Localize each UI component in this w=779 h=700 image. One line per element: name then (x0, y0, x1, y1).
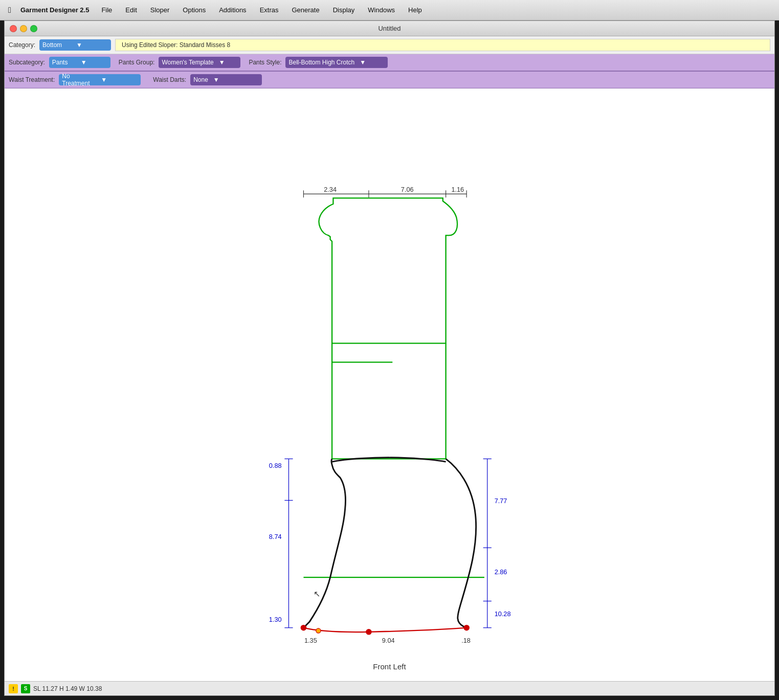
dim-left1: 0.88 (269, 462, 282, 469)
menu-display[interactable]: Display (331, 5, 357, 15)
dim-top2: 7.06 (401, 186, 414, 193)
controls-row3: Waist Treatment: No Treatment ▼ Waist Da… (5, 71, 774, 88)
waist-treatment-value: No Treatment (62, 73, 99, 87)
warning-icon: ! (9, 684, 18, 693)
dim-top1: 2.34 (324, 186, 337, 193)
red-point-3 (366, 629, 372, 635)
app-name: Garment Designer 2.5 (20, 6, 89, 14)
status-text: SL 11.27 H 1.49 W 10.38 (33, 685, 102, 692)
menu-bar-items: File Edit Sloper Options Additions Extra… (99, 5, 424, 15)
waist-treatment-select[interactable]: No Treatment ▼ (59, 74, 141, 85)
waist-treatment-arrow-icon: ▼ (101, 76, 138, 83)
green-lower-shape (332, 343, 446, 459)
window-controls (10, 25, 37, 32)
pattern-svg: 2.34 7.06 1.16 0.88 8.74 1.30 (5, 88, 774, 681)
dim-bottom1: 1.35 (304, 637, 317, 644)
controls-row2: Subcategory: Pants ▼ Pants Group: Women'… (5, 54, 774, 71)
menu-help[interactable]: Help (406, 5, 424, 15)
subcategory-arrow-icon: ▼ (81, 59, 107, 66)
pants-group-label: Pants Group: (119, 59, 155, 66)
dim-top3: 1.16 (451, 186, 464, 193)
sloper-info: Using Edited Sloper: Standard Misses 8 (115, 39, 770, 51)
dim-left3: 1.30 (269, 616, 282, 623)
dim-left2: 8.74 (269, 533, 282, 540)
category-label: Category: (9, 41, 35, 49)
waist-darts-arrow-icon: ▼ (213, 76, 219, 83)
subcategory-value: Pants (52, 59, 79, 66)
pants-style-arrow-icon: ▼ (360, 59, 366, 66)
status-green-icon: S (21, 684, 30, 693)
black-left-curve (303, 459, 345, 627)
apple-logo-icon:  (5, 6, 14, 15)
pants-style-select[interactable]: Bell-Bottom High Crotch ▼ (285, 57, 388, 68)
dim-bottom3: .18 (461, 637, 471, 644)
black-right-curve (446, 459, 476, 627)
menu-generate[interactable]: Generate (290, 5, 321, 15)
subcategory-label: Subcategory: (9, 59, 45, 66)
main-window: Untitled Category: Bottom ▼ Using Edited… (4, 20, 775, 696)
window-title-bar: Untitled (5, 21, 774, 36)
category-value: Bottom (42, 41, 74, 49)
red-point-2 (316, 628, 321, 633)
dim-right2: 2.86 (495, 568, 507, 576)
waist-darts-select[interactable]: None ▼ (190, 74, 262, 85)
waist-treatment-label: Waist Treatment: (9, 76, 55, 83)
red-point-1 (301, 625, 307, 631)
controls-row1: Category: Bottom ▼ Using Edited Sloper: … (5, 36, 774, 54)
category-select[interactable]: Bottom ▼ (39, 39, 111, 51)
black-top-curve (332, 458, 446, 462)
menu-file[interactable]: File (99, 5, 114, 15)
menu-extras[interactable]: Extras (258, 5, 281, 15)
waist-darts-value: None (193, 76, 208, 83)
dim-right1: 7.77 (495, 497, 507, 505)
red-bottom-curve (303, 628, 466, 632)
minimize-button[interactable] (20, 25, 27, 32)
pants-group-arrow-icon: ▼ (219, 59, 225, 66)
menu-windows[interactable]: Windows (366, 5, 397, 15)
menu-sloper[interactable]: Sloper (148, 5, 172, 15)
status-bar: ! S SL 11.27 H 1.49 W 10.38 (5, 681, 774, 695)
waist-darts-label: Waist Darts: (153, 76, 186, 83)
subcategory-select[interactable]: Pants ▼ (49, 57, 110, 68)
menu-edit[interactable]: Edit (123, 5, 139, 15)
pants-style-value: Bell-Bottom High Crotch (288, 59, 354, 66)
canvas-area[interactable]: 2.34 7.06 1.16 0.88 8.74 1.30 (5, 88, 774, 681)
cursor-icon: ↖ (314, 589, 320, 598)
category-arrow-icon: ▼ (76, 41, 108, 49)
pants-group-select[interactable]: Women's Template ▼ (159, 57, 240, 68)
menu-additions[interactable]: Additions (217, 5, 248, 15)
menu-options[interactable]: Options (181, 5, 208, 15)
menu-bar:  Garment Designer 2.5 File Edit Sloper … (0, 0, 779, 20)
window-title: Untitled (378, 25, 400, 32)
pants-style-label: Pants Style: (249, 59, 281, 66)
front-left-label: Front Left (373, 662, 406, 671)
red-point-4 (463, 625, 470, 631)
pants-group-value: Women's Template (162, 59, 213, 66)
green-upper-shape (319, 198, 458, 343)
maximize-button[interactable] (30, 25, 37, 32)
close-button[interactable] (10, 25, 17, 32)
dim-right3: 10.28 (495, 610, 511, 618)
dim-bottom2: 9.04 (382, 637, 395, 644)
